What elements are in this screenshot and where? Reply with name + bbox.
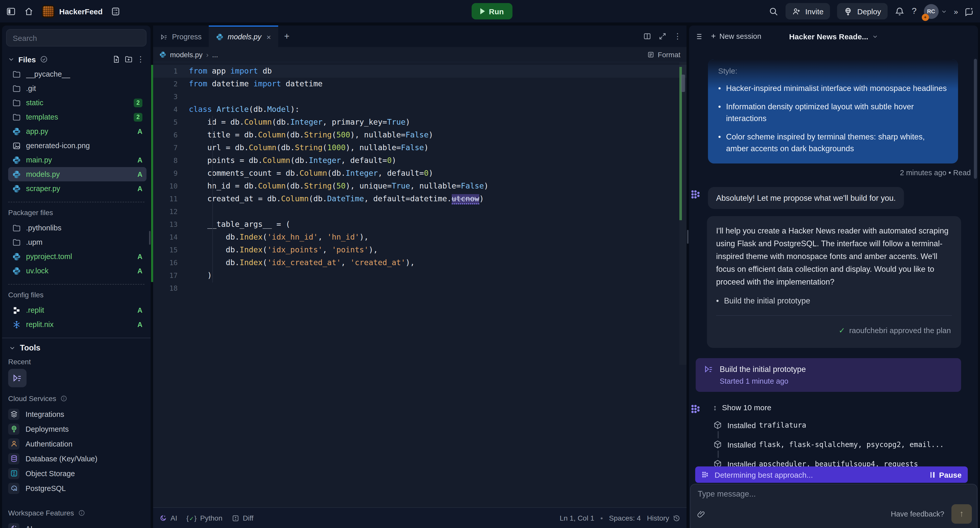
- sidebar-resize-handle[interactable]: [149, 231, 151, 245]
- file-row-scraper.py[interactable]: scraper.pyA: [8, 181, 146, 196]
- session-list-icon[interactable]: [694, 32, 703, 41]
- file-row-.replit[interactable]: .replitA: [8, 303, 146, 317]
- file-row-uv.lock[interactable]: uv.lockA: [8, 263, 146, 278]
- search-icon[interactable]: [768, 6, 778, 16]
- project-switcher[interactable]: HackerFeed: [42, 5, 103, 18]
- notifications-bell-icon[interactable]: [895, 6, 904, 16]
- attachment-paperclip-icon[interactable]: [697, 510, 705, 518]
- close-icon[interactable]: ×: [266, 32, 271, 41]
- chevron-down-icon[interactable]: [8, 56, 14, 62]
- file-row-pyproject.toml[interactable]: pyproject.tomlA: [8, 249, 146, 263]
- sidebar-toggle-icon[interactable]: [6, 6, 16, 16]
- file-status-badge: A: [138, 128, 143, 135]
- file-row-.pythonlibs[interactable]: .pythonlibs: [8, 221, 146, 235]
- service-label: Deployments: [25, 425, 68, 433]
- files-menu-icon[interactable]: ⋮: [137, 55, 145, 64]
- format-button[interactable]: Format: [647, 50, 680, 59]
- service-label: AI: [25, 525, 32, 528]
- file-row-.git[interactable]: .git: [8, 81, 146, 96]
- status-diff[interactable]: Diff: [231, 514, 253, 522]
- editor-menu-icon[interactable]: ⋮: [674, 32, 681, 41]
- line-number: 2: [153, 78, 189, 91]
- sidebar-item-database-key-value-[interactable]: Database (Key/Value): [2, 451, 151, 466]
- cloud-services-label: Cloud Services: [8, 394, 145, 403]
- file-sidebar: Files ⋮ __pycache__.gitstatic2templates2…: [2, 26, 151, 528]
- new-session-button[interactable]: + New session: [711, 32, 761, 41]
- python-icon: [12, 127, 21, 136]
- session-title-dropdown[interactable]: Hacker News Reade...: [789, 32, 878, 41]
- file-row-static[interactable]: static2: [8, 96, 146, 110]
- file-row-replit.nix[interactable]: replit.nixA: [8, 317, 146, 332]
- scrollbar-thumb[interactable]: [681, 75, 685, 92]
- file-row-.upm[interactable]: .upm: [8, 235, 146, 249]
- breadcrumb-more[interactable]: ...: [212, 50, 218, 59]
- chevron-down-icon[interactable]: [9, 345, 15, 351]
- code-line: 1from app import db: [153, 65, 687, 78]
- user-message-bubble: Style: •Hacker-inspired minimalist inter…: [708, 59, 958, 163]
- new-tab-button[interactable]: +: [278, 26, 296, 47]
- sidebar-item-object-storage[interactable]: 1001Object Storage: [2, 466, 151, 481]
- send-button[interactable]: ↑: [951, 504, 972, 524]
- invite-button[interactable]: Invite: [785, 3, 830, 19]
- expand-icon[interactable]: [659, 32, 667, 40]
- split-editor-icon[interactable]: [643, 32, 651, 40]
- feedback-link[interactable]: Have feedback?: [891, 510, 944, 518]
- panel-resize-handle[interactable]: [687, 230, 689, 244]
- message-input[interactable]: [698, 490, 970, 499]
- cloud-services-list: IntegrationsDeploymentsAuthenticationDat…: [2, 407, 151, 496]
- divider: [8, 284, 145, 285]
- cursor-position[interactable]: Ln 1, Col 1: [560, 514, 594, 522]
- file-row-models.py[interactable]: models.pyA: [8, 167, 146, 181]
- sidebar-item-ai[interactable]: AI: [2, 521, 151, 528]
- tab-progress[interactable]: Progress: [153, 26, 209, 47]
- run-button[interactable]: Run: [472, 3, 512, 19]
- show-more-button[interactable]: ↕ Show 10 more: [713, 403, 978, 412]
- file-row-__pycache__[interactable]: __pycache__: [8, 67, 146, 81]
- file-row-app.py[interactable]: app.pyA: [8, 124, 146, 139]
- code-editor[interactable]: 1from app import db2from datetime import…: [153, 62, 687, 507]
- file-row-generated-icon.png[interactable]: generated-icon.png: [8, 139, 146, 153]
- python-icon: [12, 170, 21, 179]
- deploy-button[interactable]: Deploy: [837, 3, 888, 19]
- new-file-icon[interactable]: [112, 55, 121, 63]
- sidebar-item-integrations[interactable]: Integrations: [2, 407, 151, 421]
- panel-scrollbar-thumb[interactable]: [974, 59, 977, 179]
- sidebar-item-postgresql[interactable]: PostgreSQL: [2, 481, 151, 496]
- line-text: comments_count = db.Column(db.Integer, d…: [189, 167, 433, 180]
- breadcrumb-file[interactable]: models.py: [170, 50, 203, 59]
- file-name: main.py: [26, 156, 132, 164]
- task-card[interactable]: Build the initial prototype Started 1 mi…: [696, 358, 961, 392]
- divider: [8, 202, 145, 202]
- recent-tool-agent[interactable]: [8, 369, 27, 387]
- collapse-panel-icon[interactable]: »: [954, 7, 957, 16]
- show-more-label: Show 10 more: [722, 403, 771, 412]
- tab-models-py[interactable]: models.py×: [209, 26, 278, 47]
- status-ai[interactable]: AI: [159, 514, 177, 522]
- search-input[interactable]: [6, 29, 146, 46]
- help-icon[interactable]: ?: [912, 6, 916, 16]
- replit-workspace: HackerFeed Run Invite Deploy ? RC✦: [0, 0, 980, 528]
- sidebar-item-deployments[interactable]: Deployments: [2, 421, 151, 436]
- chat-sparkle-icon[interactable]: [964, 6, 974, 16]
- file-row-main.py[interactable]: main.pyA: [8, 153, 146, 167]
- status-dot: •: [600, 514, 603, 522]
- account-menu[interactable]: RC✦: [924, 4, 947, 19]
- file-row-templates[interactable]: templates2: [8, 110, 146, 124]
- code-line: 3: [153, 91, 687, 103]
- message-meta: 2 minutes ago • Read: [689, 169, 971, 177]
- status-language-label: Python: [200, 514, 222, 522]
- chat-scroll-area[interactable]: Style: •Hacker-inspired minimalist inter…: [689, 48, 978, 467]
- config-files-header: Config files: [8, 291, 145, 299]
- sidebar-item-authentication[interactable]: Authentication: [2, 436, 151, 451]
- pause-button[interactable]: Pause: [931, 470, 962, 479]
- status-language[interactable]: {✓} Python: [186, 514, 222, 522]
- new-folder-icon[interactable]: [124, 55, 133, 63]
- icon-tile: [8, 408, 19, 420]
- history-button[interactable]: History: [647, 514, 680, 522]
- app-grid-icon[interactable]: [111, 6, 121, 16]
- home-icon[interactable]: [24, 6, 34, 16]
- file-status-badge: A: [138, 171, 143, 178]
- python-icon: [159, 51, 166, 58]
- approval-text: raoufchebri approved the plan: [849, 324, 951, 337]
- indentation-setting[interactable]: Spaces: 4: [609, 514, 641, 522]
